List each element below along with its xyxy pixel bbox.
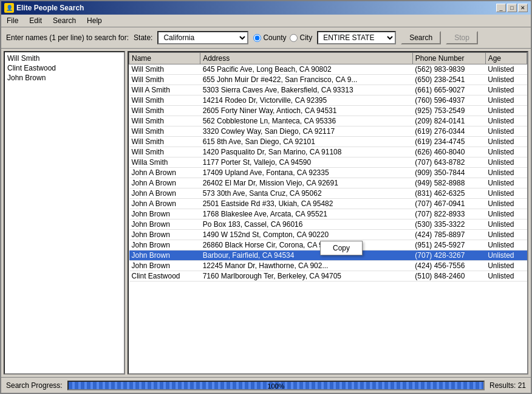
table-row[interactable]: Will Smith14214 Rodeo Dr, Victorville, C…: [129, 95, 527, 106]
cell-address: 1420 Pasqualito Dr, San Marino, CA 91108: [200, 147, 413, 157]
cell-age: Unlisted: [485, 271, 527, 282]
search-button[interactable]: Search: [401, 31, 441, 44]
cell-age: Unlisted: [485, 116, 527, 126]
cell-age: Unlisted: [485, 64, 527, 75]
cell-address: 615 8th Ave, San Diego, CA 92101: [200, 137, 413, 147]
table-row[interactable]: John A Brown26402 El Mar Dr, Mission Vie…: [129, 178, 527, 188]
cell-phone: (424) 456-7556: [412, 261, 485, 271]
table-row[interactable]: Will Smith615 8th Ave, San Diego, CA 921…: [129, 137, 527, 147]
cell-name: John Brown: [129, 230, 200, 240]
name-entry-3[interactable]: John Brown: [6, 73, 123, 83]
table-row[interactable]: John BrownPo Box 183, Cassel, CA 96016(5…: [129, 219, 527, 230]
table-row[interactable]: Willa Smith1177 Porter St, Vallejo, CA 9…: [129, 157, 527, 168]
cell-address: 12245 Manor Dr, Hawthorne, CA 902...: [200, 261, 413, 271]
cell-name: John Brown: [129, 209, 200, 219]
cell-phone: (707) 428-3267: [412, 251, 485, 261]
cell-address: 2605 Forty Niner Way, Antioch, CA 94531: [200, 106, 413, 116]
table-row[interactable]: John Brown1768 Blakeslee Ave, Arcata, CA…: [129, 209, 527, 219]
app-icon: 👤: [4, 3, 14, 13]
maximize-button[interactable]: □: [507, 4, 517, 12]
cell-age: Unlisted: [485, 137, 527, 147]
table-row[interactable]: Will Smith655 John Muir Dr #e422, San Fr…: [129, 75, 527, 85]
search-label: Enter names (1 per line) to search for:: [6, 33, 129, 42]
minimize-button[interactable]: _: [496, 4, 506, 12]
county-select[interactable]: ENTIRE STATE: [317, 31, 396, 44]
results-count: Results: 21: [489, 381, 526, 390]
cell-age: Unlisted: [485, 168, 527, 178]
county-radio[interactable]: [253, 34, 261, 42]
titlebar-controls: _ □ ✕: [496, 4, 528, 12]
cell-name: John Brown: [129, 261, 200, 271]
table-row[interactable]: Will Smith1420 Pasqualito Dr, San Marino…: [129, 147, 527, 157]
cell-age: Unlisted: [485, 126, 527, 137]
cell-address: 3320 Cowley Way, San Diego, CA 92117: [200, 126, 413, 137]
cell-age: Unlisted: [485, 188, 527, 199]
cell-phone: (760) 596-4937: [412, 95, 485, 106]
cell-phone: (650) 238-2541: [412, 75, 485, 85]
state-select[interactable]: California: [157, 31, 248, 44]
cell-address: 655 John Muir Dr #e422, San Francisco, C…: [200, 75, 413, 85]
window-title: Elite People Search: [16, 4, 84, 12]
table-row[interactable]: Will Smith2605 Forty Niner Way, Antioch,…: [129, 106, 527, 116]
cell-name: Willa Smith: [129, 157, 200, 168]
cell-phone: (619) 234-4745: [412, 137, 485, 147]
table-row[interactable]: Will A Smith5303 Sierra Caves Ave, Baker…: [129, 85, 527, 95]
name-entry-2[interactable]: Clint Eastwood: [6, 63, 123, 73]
col-header-phone: Phone Number: [412, 53, 485, 64]
county-radio-label[interactable]: County: [253, 33, 286, 42]
menu-search[interactable]: Search: [50, 16, 78, 26]
cell-name: Will Smith: [129, 106, 200, 116]
cell-phone: (619) 276-0344: [412, 126, 485, 137]
cell-address: 5303 Sierra Caves Ave, Bakersfield, CA 9…: [200, 85, 413, 95]
cell-address: 573 30th Ave, Santa Cruz, CA 95062: [200, 188, 413, 199]
cell-name: Will Smith: [129, 64, 200, 75]
cell-address: 1177 Porter St, Vallejo, CA 94590: [200, 157, 413, 168]
cell-phone: (909) 350-7844: [412, 168, 485, 178]
statusbar: Search Progress: 100% Results: 21: [1, 377, 531, 393]
table-row[interactable]: John A Brown573 30th Ave, Santa Cruz, CA…: [129, 188, 527, 199]
menu-help[interactable]: Help: [84, 16, 104, 26]
cell-address: Barbour, Fairfield, CA 94534: [200, 251, 413, 261]
cell-phone: (530) 335-3322: [412, 219, 485, 230]
main-window: 👤 Elite People Search _ □ ✕ File Edit Se…: [0, 0, 532, 394]
cell-address: 645 Pacific Ave, Long Beach, CA 90802: [200, 64, 413, 75]
table-row[interactable]: Will Smith562 Cobblestone Ln, Manteca, C…: [129, 116, 527, 126]
progress-percent: 100%: [69, 382, 483, 390]
cell-phone: (925) 753-2549: [412, 106, 485, 116]
cell-name: John Brown: [129, 240, 200, 251]
table-row[interactable]: Will Smith3320 Cowley Way, San Diego, CA…: [129, 126, 527, 137]
table-row[interactable]: John A Brown17409 Upland Ave, Fontana, C…: [129, 168, 527, 178]
progress-label: Search Progress:: [6, 381, 63, 390]
table-row[interactable]: John Brown1490 W 152nd St, Compton, CA 9…: [129, 230, 527, 240]
menu-file[interactable]: File: [4, 16, 21, 26]
table-row[interactable]: John Brown12245 Manor Dr, Hawthorne, CA …: [129, 261, 527, 271]
name-input-area[interactable]: Will Smith Clint Eastwood John Brown: [4, 51, 125, 375]
cell-address: 17409 Upland Ave, Fontana, CA 92335: [200, 168, 413, 178]
stop-button[interactable]: Stop: [446, 31, 478, 44]
city-radio[interactable]: [290, 34, 298, 42]
menu-edit[interactable]: Edit: [27, 16, 44, 26]
city-radio-label[interactable]: City: [290, 33, 312, 42]
cell-age: Unlisted: [485, 209, 527, 219]
cell-name: John A Brown: [129, 199, 200, 209]
table-row[interactable]: John A Brown2501 Eastside Rd #33, Ukiah,…: [129, 199, 527, 209]
cell-age: Unlisted: [485, 251, 527, 261]
cell-phone: (626) 460-8040: [412, 147, 485, 157]
table-row[interactable]: Clint Eastwood7160 Marlborough Ter, Berk…: [129, 271, 527, 282]
context-menu: Copy: [320, 241, 363, 255]
cell-age: Unlisted: [485, 178, 527, 188]
cell-age: Unlisted: [485, 157, 527, 168]
results-scroll[interactable]: Name Address Phone Number Age Will Smith…: [129, 52, 527, 373]
context-menu-copy[interactable]: Copy: [321, 241, 362, 255]
results-container: Name Address Phone Number Age Will Smith…: [128, 51, 528, 375]
cell-phone: (707) 643-8782: [412, 157, 485, 168]
titlebar-left: 👤 Elite People Search: [4, 3, 84, 13]
cell-address: 26402 El Mar Dr, Mission Viejo, CA 92691: [200, 178, 413, 188]
close-button[interactable]: ✕: [518, 4, 528, 12]
table-row[interactable]: Will Smith645 Pacific Ave, Long Beach, C…: [129, 64, 527, 75]
cell-name: John A Brown: [129, 188, 200, 199]
cell-address: 1768 Blakeslee Ave, Arcata, CA 95521: [200, 209, 413, 219]
cell-address: 1490 W 152nd St, Compton, CA 90220: [200, 230, 413, 240]
name-entry-1[interactable]: Will Smith: [6, 54, 123, 63]
cell-age: Unlisted: [485, 75, 527, 85]
